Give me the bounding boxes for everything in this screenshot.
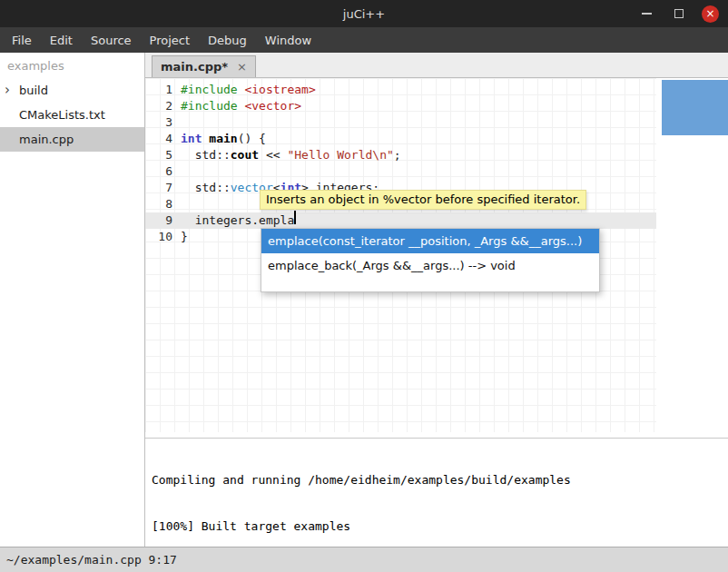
window-title: juCi++ [0,0,728,27]
code-token: int [181,131,202,147]
code-token [238,98,245,114]
tree-item-label: CMakeLists.txt [0,108,105,122]
tree-item-cmakelists[interactable]: CMakeLists.txt [0,103,144,127]
code-token: () { [238,131,266,147]
terminal-line: [100%] Built target examples [152,518,722,534]
line-number: 4 [145,131,181,147]
close-icon: × [705,7,714,20]
tab-label: main.cpp* [161,60,228,74]
code-token: std:: [181,147,231,163]
code-token: cout [231,147,259,163]
code-lines: 1#include <iostream> 2#include <vector> … [145,82,656,245]
tree-item-main-cpp[interactable]: main.cpp [0,127,144,152]
maximize-icon [674,9,684,18]
code-token: "Hello World\n" [287,147,393,163]
code-token [238,82,245,98]
code-token: integers.empla [181,212,294,229]
code-token: << [259,147,287,163]
tab-close-icon[interactable]: × [237,60,247,74]
code-token: ; [394,147,401,163]
window-controls: × [638,0,719,27]
project-root-label: examples [0,53,144,78]
titlebar[interactable]: juCi++ × [0,0,728,27]
line-number: 2 [145,98,181,114]
code-token [202,131,209,147]
terminal-output[interactable]: Compiling and running /home/eidheim/exam… [145,438,728,547]
line-number: 10 [145,229,181,245]
doc-tooltip: Inserts an object in %vector before spec… [260,190,586,210]
code-line[interactable]: 1#include <iostream> [145,82,656,98]
line-number: 8 [145,196,181,212]
autocomplete-item-emplace-back[interactable]: emplace_back(_Args &&__args...) --> void [261,253,599,278]
code-token: } [181,229,188,245]
code-line[interactable]: 3 [145,114,656,131]
scrollbar-thumb[interactable] [662,80,728,135]
line-number: 6 [145,163,181,180]
code-line[interactable]: 2#include <vector> [145,98,656,114]
autocomplete-item-emplace[interactable]: emplace(const_iterator __position, _Args… [261,229,599,253]
app-window: juCi++ × File Edit Source Project Debug … [0,0,728,572]
code-token: main [209,131,237,147]
text-cursor [294,211,296,224]
tabbar: main.cpp* × [145,53,728,78]
code-line[interactable]: 5 std::cout << "Hello World\n"; [145,147,656,163]
statusbar: ~/examples/main.cpp 9:17 [0,547,728,572]
code-token: #include [181,82,238,98]
menu-source[interactable]: Source [82,27,141,53]
tree-item-build[interactable]: › build [0,78,144,103]
code-line-current[interactable]: 9 integers.empla [145,212,656,229]
code-token: std:: [181,180,231,196]
line-number: 1 [145,82,181,98]
tree-item-label: main.cpp [0,133,74,146]
file-tree-panel: examples › build CMakeLists.txt main.cpp [0,53,145,547]
menu-project[interactable]: Project [141,27,199,53]
menu-file[interactable]: File [3,27,41,53]
autocomplete-popup: emplace(const_iterator __position, _Args… [261,228,600,292]
menu-debug[interactable]: Debug [199,27,256,53]
tab-main-cpp[interactable]: main.cpp* × [152,55,256,77]
code-line[interactable]: 6 [145,163,656,180]
line-number: 3 [145,114,181,131]
line-number: 7 [145,180,181,196]
chevron-right-icon[interactable]: › [0,78,19,103]
minimize-button[interactable] [638,5,655,23]
code-line[interactable]: 4int main() { [145,131,656,147]
editor-column: main.cpp* × 1#include <iostream> 2#inclu… [145,53,728,547]
code-token: <iostream> [244,82,315,98]
menubar: File Edit Source Project Debug Window [0,27,728,53]
maximize-button[interactable] [670,5,687,23]
line-number: 5 [145,147,181,163]
menu-window[interactable]: Window [256,27,320,53]
tree-item-label: build [19,84,48,97]
menu-edit[interactable]: Edit [41,27,82,53]
main-area: examples › build CMakeLists.txt main.cpp… [0,53,728,547]
close-button[interactable]: × [702,5,719,23]
code-token: <vector> [244,98,301,114]
code-token: #include [181,98,238,114]
statusbar-file-position: ~/examples/main.cpp 9:17 [6,553,177,567]
minimize-icon [642,13,652,15]
line-number: 9 [145,212,181,229]
terminal-line: Compiling and running /home/eidheim/exam… [152,472,722,488]
code-editor[interactable]: 1#include <iostream> 2#include <vector> … [145,78,728,438]
